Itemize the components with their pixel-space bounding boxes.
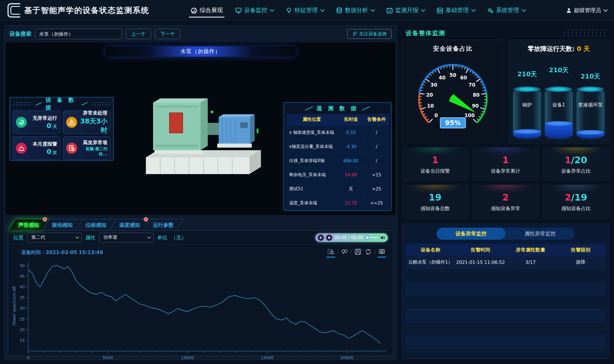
prev-device-button[interactable]: 上一个 — [126, 29, 151, 39]
main-area: 设备搜索 上一个 下一个 关注设备选择 水泵（勿操作） — [0, 21, 614, 364]
deco-slash-left — [36, 102, 42, 106]
safety-gauge: 010203040506070809010095% — [404, 53, 502, 139]
nav-item-label: 数据分析 — [345, 6, 368, 14]
chevron-down-icon — [471, 7, 476, 12]
monitor-tab-2[interactable]: 属性异常监控 — [506, 228, 575, 240]
telemetry-condition: <15 — [364, 168, 389, 182]
monitor-cell-empty — [506, 322, 556, 335]
monitor-row[interactable]: 云酷水泵（勿操作1）2021-01-15 11:06:523/17故障 — [405, 256, 606, 269]
focus-device-button[interactable]: 关注设备选择 — [347, 29, 392, 39]
user-menu[interactable]: 超级管理员 — [566, 7, 607, 14]
gears-icon — [487, 7, 493, 14]
alarm-icon — [16, 143, 27, 154]
svg-text:30: 30 — [430, 82, 437, 88]
svg-text:10: 10 — [427, 103, 434, 109]
telemetry-attr: 位移_泵体首端X轴 — [286, 154, 338, 168]
svg-text:Power spectrum dB: Power spectrum dB — [12, 286, 16, 326]
sense-tab-label: 振动感知 — [52, 222, 73, 228]
monitor-cell-empty — [506, 282, 556, 296]
restore-icon[interactable] — [365, 248, 372, 256]
spectrum-chart[interactable]: 152025303540455005000100001500020000Freq… — [10, 256, 392, 364]
cylinder: 锅炉 — [513, 89, 541, 138]
svg-text:10000: 10000 — [181, 355, 194, 360]
zero-fault-value: 0 天 — [577, 45, 590, 52]
toolbar-divider — [375, 249, 375, 254]
telemetry-col-header: 属性位置 — [286, 114, 338, 125]
zero-fault-panel: 零故障运行天数: 0 天 210天锅炉210天设备1210天浆液循环泵 — [508, 40, 609, 143]
position-label: 位置 — [13, 234, 24, 241]
telemetry-title-row: 遥 测 数 据 — [286, 103, 389, 114]
device-data-title-row: 设 备 数 据 — [13, 98, 110, 109]
nav-item-1[interactable]: 综合展现 — [191, 0, 223, 20]
stat-value-part: 1 — [432, 155, 438, 165]
tile-glow — [479, 185, 532, 190]
tile-glow — [549, 147, 603, 153]
device-data-card: 本月度报警0 次 — [13, 136, 60, 160]
nav-item-2[interactable]: 设备监控 — [235, 0, 273, 20]
deco-dots-right — [91, 102, 110, 106]
card-value: 38天3小时 — [79, 117, 108, 135]
gauge-title: 安全设备占比 — [402, 40, 504, 53]
telemetry-table: 属性位置实时值告警条件 x 轴加速度值_泵体末端0.33/x轴直流分量_泵体末端… — [286, 114, 389, 210]
cylinder-liquid — [577, 132, 604, 138]
telemetry-attr: x轴直流分量_泵体末端 — [286, 140, 338, 154]
attribute-select[interactable]: 功率谱 — [99, 233, 154, 243]
nav-item-5[interactable]: 监测月报 — [386, 0, 424, 20]
player-seek-slider[interactable] — [365, 237, 378, 238]
svg-text:5000: 5000 — [103, 355, 113, 360]
stat-value: 2/19 — [565, 192, 587, 203]
nav-item-6[interactable]: 基础管理 — [437, 0, 474, 20]
monitor-tab-bar: 设备异常监控属性异常监控 — [436, 228, 575, 240]
audio-player: 00:00 / 00:00 — [315, 233, 388, 242]
nav-item-label: 基础管理 — [446, 6, 469, 14]
stat-tiles: 1设备当日报警1设备异常累计1/20设备异常占比19感知设备总数2感知设备异常2… — [402, 147, 609, 219]
volume-icon[interactable] — [380, 235, 386, 240]
card-label: 无异常运行 — [29, 115, 57, 121]
nav-item-7[interactable]: 系统管理 — [487, 0, 525, 20]
monitor-cell-empty — [405, 296, 455, 309]
capture-time-value: 2021-02-05 15:13:46 — [46, 249, 103, 255]
cylinder-device-name: 浆液循环泵 — [577, 102, 604, 108]
device-data-card: 高发异常项音频-第二代传... — [63, 136, 111, 160]
tile-glow — [408, 147, 462, 153]
next-device-button[interactable]: 下一个 — [155, 29, 180, 39]
card-value-number: 38天3小时 — [80, 117, 107, 134]
monitor-row-empty — [405, 296, 606, 309]
dataview-icon[interactable] — [378, 248, 386, 256]
toolbar-divider — [351, 249, 351, 254]
svg-text:50: 50 — [449, 72, 456, 78]
save-image-icon[interactable] — [354, 248, 362, 256]
telemetry-row: 剩余电压_泵体末端14.00<15 — [286, 168, 389, 182]
card-value-unit: 天 — [51, 124, 57, 129]
monitor-cell-empty — [506, 335, 556, 348]
telemetry-row: x轴直流分量_泵体末端-4.30/ — [286, 140, 389, 154]
device-search-row: 设备搜索 上一个 下一个 关注设备选择 — [4, 26, 397, 42]
monitor-icon — [235, 7, 242, 14]
stat-tile: 19感知设备总数 — [402, 185, 469, 219]
device-search-input[interactable] — [35, 29, 122, 39]
overview-charts-row: 安全设备占比 010203040506070809010095% 零故障运行天数… — [402, 40, 609, 143]
nav-item-4[interactable]: 数据分析 — [336, 0, 374, 20]
position-select[interactable]: 第二代 — [27, 233, 82, 243]
player-seek-knob[interactable] — [365, 236, 369, 239]
card-value-number: 0 — [47, 122, 51, 129]
datazoom-icon[interactable] — [327, 248, 335, 256]
sense-tab-5[interactable]: 运行参数 — [143, 219, 184, 230]
spectrum-controls: 位置 第二代 属性 功率谱 单位 （无） 00:00 — [8, 231, 393, 245]
device-cylinder: 210天浆液循环泵 — [575, 53, 606, 138]
telemetry-title: 遥 测 数 据 — [317, 105, 359, 112]
alert-badge — [144, 217, 148, 222]
card-text: 无异常运行0 天 — [29, 115, 57, 129]
spectrum-plot-area: 采集时间：2021-02-05 15:13:46 152025303540455… — [8, 245, 393, 356]
telemetry-condition: / — [364, 125, 389, 140]
device-data-cards: 无异常运行0 天异常未处理38天3小时本月度报警0 次高发异常项音频-第二代传.… — [13, 110, 110, 160]
monitor-tab-1[interactable]: 设备异常监控 — [436, 228, 506, 240]
nav-item-3[interactable]: 特征管理 — [286, 0, 323, 20]
datazoom-reset-icon[interactable] — [341, 248, 348, 256]
monitor-col-header: 异常属性数量 — [506, 244, 556, 256]
svg-text:100: 100 — [464, 113, 475, 118]
stop-button[interactable] — [326, 235, 332, 241]
play-button[interactable] — [318, 235, 324, 241]
focus-device-label: 关注设备选择 — [359, 31, 387, 37]
viewport-3d[interactable]: 水泵（勿操作） — [5, 42, 396, 215]
